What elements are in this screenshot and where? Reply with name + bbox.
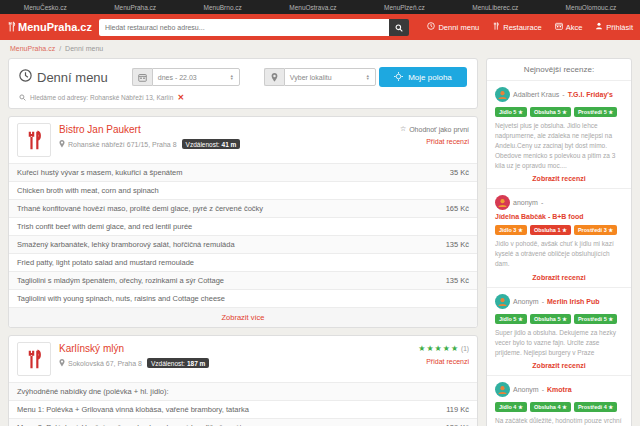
rating-badge-ambience: Prostředí 5 ★ xyxy=(574,107,617,117)
rating-badge-food: Jídlo 3 ★ xyxy=(495,225,527,235)
review-text: Super jidlo a obsluha. Dekujeme za hezky… xyxy=(495,328,623,358)
restaurant-logo xyxy=(17,123,51,157)
rating-count: (1) xyxy=(461,345,469,352)
select-arrows-icon: ▲▼ xyxy=(230,74,234,81)
menu-item-row: Fried patty, light potato salad and must… xyxy=(9,253,477,271)
reviews-sidebar: Nejnovější recenze: Adalbert Kraus - T.G… xyxy=(486,58,632,426)
distance-badge: Vzdálenost:187 m xyxy=(147,358,209,368)
domain-link-praha[interactable]: MenuPraha.cz xyxy=(114,4,156,11)
menu-item-name: Trish confit beef with demi glace, and r… xyxy=(17,222,192,231)
page-title: Denní menu xyxy=(19,69,108,85)
star-outline-icon: ☆ xyxy=(400,125,406,133)
select-arrows-icon: ▲▼ xyxy=(366,74,370,81)
search-icon xyxy=(395,20,403,35)
menu-item-price: 135 Kč xyxy=(446,276,469,285)
search-button[interactable] xyxy=(389,19,409,36)
site-logo-text: MenuPraha.cz xyxy=(18,21,92,33)
menu-item-row: Tagliolini with young spinach, nuts, rai… xyxy=(9,289,477,307)
map-pin-icon xyxy=(59,140,65,149)
domain-link-plzen[interactable]: MenuPlzeň.cz xyxy=(384,4,425,11)
review-author: anonym xyxy=(513,199,538,206)
fork-knife-icon xyxy=(7,21,16,34)
rating-badge-service: Obsluha 5 ★ xyxy=(530,314,571,324)
rating-badge-service: Obsluha 4 ★ xyxy=(530,402,571,412)
rating-badge-service: Obsluha 1 ★ xyxy=(530,225,571,235)
menu-item-name: Fried patty, light potato salad and must… xyxy=(17,258,194,267)
rating-badge-service: Obsluha 5 ★ xyxy=(530,107,571,117)
restaurant-card: Karlínský mlýn Sokolovská 67, Praha 8 Vz… xyxy=(8,335,478,426)
main-nav: Denní menu Restaurace Akce Přihlásit xyxy=(427,22,633,32)
search-icon xyxy=(19,94,26,102)
show-review-link[interactable]: Zobrazit recenzi xyxy=(495,175,623,182)
breadcrumb: MenuPraha.cz / Denní menu xyxy=(0,40,640,57)
rating-badge-ambience: Prostředí 4 ★ xyxy=(574,402,617,412)
review-text: Na začátek důležité, hodnotím pouze vrch… xyxy=(495,416,623,426)
menu-item-row: Menu 1: Polévka + Grilovaná vinná klobás… xyxy=(9,400,477,418)
menu-item-name: Trhané konfitované hovězí maso, prolité … xyxy=(17,204,263,213)
menu-item-name: Tagliolini with young spinach, nuts, rai… xyxy=(17,294,225,303)
domain-link-cesko[interactable]: MenuČesko.cz xyxy=(24,4,67,11)
review-restaurant-link[interactable]: Kmotra xyxy=(547,386,572,393)
show-more-link[interactable]: Zobrazit více xyxy=(9,307,477,327)
site-logo[interactable]: MenuPraha.cz xyxy=(7,21,92,34)
breadcrumb-separator: / xyxy=(59,45,61,52)
breadcrumb-home[interactable]: MenuPraha.cz xyxy=(10,45,55,52)
restaurant-address: Sokolovská 67, Praha 8 xyxy=(68,360,142,367)
menu-item-row: Menu 2: Polévka + Hovězí na česneku, bra… xyxy=(9,418,477,426)
sidebar-title: Nejnovější recenze: xyxy=(487,59,631,81)
rate-first-link[interactable]: ☆ Ohodnoť jako první xyxy=(400,125,469,133)
menu-item-row: Chicken broth with meat, corn and spinac… xyxy=(9,181,477,199)
menu-item-row: Trish confit beef with demi glace, and r… xyxy=(9,217,477,235)
calendar-icon xyxy=(132,68,152,86)
show-review-link[interactable]: Zobrazit recenzi xyxy=(495,274,623,281)
clock-icon xyxy=(427,22,435,32)
add-review-link[interactable]: Přidat recenzi xyxy=(418,358,469,365)
date-select[interactable]: dnes - 22.03 ▲▼ xyxy=(152,68,240,86)
stars-icon: ★★★★★ xyxy=(418,344,459,353)
review-restaurant-link[interactable]: Jídelna Babčák - B+B food xyxy=(495,213,584,220)
menu-item-name: Chicken broth with meat, corn and spinac… xyxy=(17,186,159,195)
map-pin-icon xyxy=(264,68,284,86)
avatar xyxy=(495,87,510,102)
review-restaurant-link[interactable]: T.G.I. Friday's xyxy=(568,91,613,98)
domain-bar: MenuČesko.cz MenuPraha.cz MenuBrno.cz Me… xyxy=(0,0,640,14)
review-item: anonym - Jídelna Babčák - B+B food Jídlo… xyxy=(487,189,631,287)
review-item: Adalbert Kraus - T.G.I. Friday's Jídlo 5… xyxy=(487,81,631,189)
nav-events[interactable]: Akce xyxy=(555,22,583,32)
star-rating[interactable]: ★★★★★ (1) xyxy=(418,345,469,352)
restaurant-name-link[interactable]: Bistro Jan Paukert xyxy=(59,124,240,135)
restaurant-name-link[interactable]: Karlínský mlýn xyxy=(59,343,209,354)
nav-restaurants[interactable]: Restaurace xyxy=(492,22,541,32)
filters-panel: Denní menu dnes - 22.03 ▲▼ Vyber lokalit… xyxy=(8,58,478,109)
domain-link-ostrava[interactable]: MenuOstrava.cz xyxy=(289,4,336,11)
rating-badge-ambience: Prostředí 3 ★ xyxy=(574,225,617,235)
review-item: Anonym - Merlin Irish Pub Jídlo 5 ★ Obsl… xyxy=(487,288,631,376)
my-location-button[interactable]: Moje poloha xyxy=(379,67,467,87)
domain-link-olomouc[interactable]: MenuOlomouc.cz xyxy=(566,4,617,11)
menu-item-price: 119 Kč xyxy=(446,405,469,414)
rating-badge-food: Jídlo 4 ★ xyxy=(495,402,527,412)
domain-link-brno[interactable]: MenuBrno.cz xyxy=(204,4,242,11)
menu-item-row: Smažený karbanátek, lehký bramborový sal… xyxy=(9,235,477,253)
add-review-link[interactable]: Přidat recenzi xyxy=(400,138,469,145)
show-review-link[interactable]: Zobrazit recenzi xyxy=(495,362,623,369)
review-item: Anonym - Kmotra Jídlo 4 ★ Obsluha 4 ★ Pr… xyxy=(487,376,631,426)
location-select[interactable]: Vyber lokalitu ▲▼ xyxy=(284,68,376,86)
review-restaurant-link[interactable]: Merlin Irish Pub xyxy=(547,298,600,305)
restaurant-card: Bistro Jan Paukert Rohanské nábřeží 671/… xyxy=(8,116,478,328)
menu-item-name: Tagliolini s mladým špenátem, ořechy, ro… xyxy=(17,276,224,285)
clear-address-icon[interactable]: ✕ xyxy=(177,93,184,102)
header-bar: MenuPraha.cz Denní menu Restaurace Akce … xyxy=(0,14,640,40)
rating-badge-food: Jídlo 5 ★ xyxy=(495,314,527,324)
menu-item-price: 35 Kč xyxy=(450,168,469,177)
menu-item-row: Kuřecí hustý vývar s masem, kukuřicí a š… xyxy=(9,163,477,181)
review-author: Anonym xyxy=(513,298,539,305)
nav-login[interactable]: Přihlásit xyxy=(595,22,633,32)
review-author: Anonym xyxy=(513,386,539,393)
domain-link-liberec[interactable]: MenuLiberec.cz xyxy=(472,4,518,11)
date-select-group: dnes - 22.03 ▲▼ xyxy=(132,68,240,86)
avatar xyxy=(495,294,510,309)
search-input[interactable] xyxy=(99,19,389,36)
avatar xyxy=(495,195,510,210)
nav-daily-menu[interactable]: Denní menu xyxy=(427,22,479,32)
